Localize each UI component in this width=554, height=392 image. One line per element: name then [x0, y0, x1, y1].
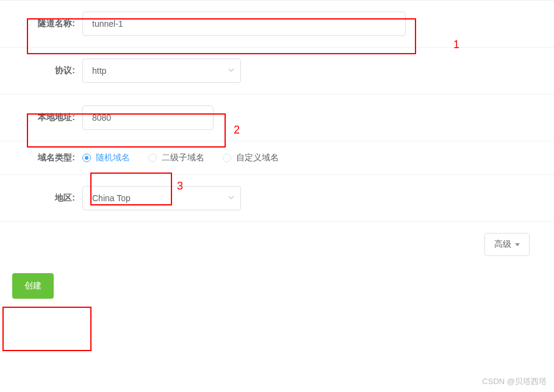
radio-icon [82, 154, 91, 162]
local-addr-input[interactable] [82, 105, 214, 130]
advanced-button-label: 高级 [494, 239, 511, 250]
row-tunnel-name: 隧道名称: [0, 0, 554, 48]
radio-icon [223, 154, 231, 162]
create-button[interactable]: 创建 [12, 273, 54, 299]
label-domain-type: 域名类型: [0, 152, 82, 163]
row-advanced: 高级 [0, 222, 554, 267]
radio-label: 二级子域名 [162, 152, 204, 163]
protocol-select[interactable] [82, 59, 241, 83]
annotation-box-create [2, 307, 92, 351]
row-create: 创建 [0, 267, 554, 299]
row-local-addr: 本地地址: [0, 94, 554, 141]
label-local-addr: 本地地址: [0, 112, 82, 123]
row-region: 地区: [0, 175, 554, 222]
label-protocol: 协议: [0, 65, 82, 76]
tunnel-name-input[interactable] [82, 12, 406, 36]
label-region: 地区: [0, 193, 82, 204]
radio-icon [148, 154, 157, 162]
row-protocol: 协议: [0, 48, 554, 94]
region-select[interactable] [82, 186, 241, 210]
radio-label: 随机域名 [96, 152, 130, 163]
radio-custom-domain[interactable]: 自定义域名 [223, 152, 279, 163]
region-select-input[interactable] [82, 186, 241, 210]
protocol-select-input[interactable] [82, 59, 241, 83]
row-domain-type: 域名类型: 随机域名 二级子域名 自定义域名 [0, 141, 554, 175]
radio-label: 自定义域名 [236, 152, 279, 163]
domain-type-radio-group: 随机域名 二级子域名 自定义域名 [82, 152, 279, 163]
advanced-button[interactable]: 高级 [484, 233, 530, 256]
radio-subdomain[interactable]: 二级子域名 [148, 152, 204, 163]
radio-random-domain[interactable]: 随机域名 [82, 152, 130, 163]
triangle-down-icon [515, 243, 520, 246]
watermark: CSDN @贝塔西塔 [482, 376, 547, 387]
label-tunnel-name: 隧道名称: [0, 18, 82, 29]
